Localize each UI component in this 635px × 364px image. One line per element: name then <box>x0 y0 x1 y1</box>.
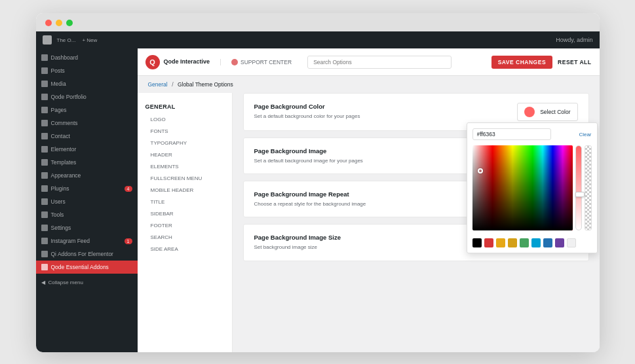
theme-nav-item-fullscreen[interactable]: FULLSCREEN MENU <box>145 173 224 184</box>
admin-bar-left: The O... + New <box>43 35 98 45</box>
theme-nav-item-search[interactable]: SEARCH <box>145 232 224 243</box>
collapse-icon: ◀ <box>41 280 45 285</box>
color-spectrum[interactable] <box>472 145 573 230</box>
sidebar-item-contact[interactable]: Contact <box>36 130 138 143</box>
theme-nav-item-title[interactable]: TITLE <box>145 196 224 208</box>
alpha-cursor <box>575 192 585 197</box>
sidebar-collapse[interactable]: ◀ Collapse menu <box>36 276 138 289</box>
support-link[interactable]: SUPPORT CENTER <box>220 59 292 65</box>
hex-input[interactable] <box>472 128 551 140</box>
browser-dot-red[interactable] <box>45 20 52 26</box>
settings-row-right-bg-color: Select Color Clear <box>517 103 577 121</box>
color-swatches-row <box>472 238 592 247</box>
breadcrumb-current: Global Theme Options <box>178 81 233 88</box>
theme-nav-item-elements[interactable]: ELEMENTS <box>145 161 224 172</box>
settings-row-bg-color: Page Background Color Set a default back… <box>243 93 589 131</box>
templates-icon <box>41 159 48 166</box>
swatch-blue[interactable] <box>543 238 552 247</box>
save-button[interactable]: SAVE CHANGES <box>491 56 552 69</box>
reset-button[interactable]: RESET ALL <box>558 59 591 65</box>
qode-icon <box>41 264 48 270</box>
theme-nav-item-logo[interactable]: LOGO <box>145 114 224 125</box>
sidebar-item-elementor[interactable]: Elementor <box>36 143 138 156</box>
sidebar-item-portfolio[interactable]: Qode Portfolio <box>36 90 138 103</box>
search-input[interactable] <box>307 56 452 69</box>
breadcrumb: General / Global Theme Options <box>138 76 600 93</box>
admin-bar-new[interactable]: + New <box>82 37 97 43</box>
theme-nav-item-mobile[interactable]: MOBILE HEADER <box>145 185 224 196</box>
clear-button[interactable]: Clear <box>579 132 591 137</box>
sidebar-item-qode[interactable]: Qode Essential Addons <box>36 261 138 274</box>
bg-size-title: Page Background Image Size <box>254 234 476 241</box>
breadcrumb-parent[interactable]: General <box>148 81 168 88</box>
sidebar-item-qi[interactable]: Qi Addons For Elementor <box>36 247 138 261</box>
theme-nav-item-side-area[interactable]: SIDE AREA <box>145 244 224 255</box>
sidebar-item-settings[interactable]: Settings <box>36 221 138 234</box>
swatch-green[interactable] <box>520 238 529 247</box>
content-inner: GENERAL LOGO FONTS TYPOGRAPHY HEADER ELE… <box>138 93 600 352</box>
bg-color-desc: Set a default background color for your … <box>254 113 507 120</box>
swatch-cyan[interactable] <box>531 238 541 247</box>
swatch-yellow[interactable] <box>508 238 517 247</box>
sidebar-item-appearance[interactable]: Appearance <box>36 169 138 182</box>
settings-row-left-bg-color: Page Background Color Set a default back… <box>254 103 507 120</box>
contact-icon <box>41 133 48 139</box>
browser-chrome <box>36 13 600 31</box>
wp-logo-icon <box>43 35 52 45</box>
sidebar-item-pages[interactable]: Pages <box>36 103 138 117</box>
swatch-white[interactable] <box>567 238 576 247</box>
settings-panel: Page Background Color Set a default back… <box>233 93 600 352</box>
sidebar-item-dashboard[interactable]: Dashboard <box>36 51 138 64</box>
spectrum-cursor <box>478 168 483 173</box>
admin-bar-site[interactable]: The O... <box>57 37 76 43</box>
plugin-logo: Q Qode Interactive <box>145 55 210 69</box>
dashboard-icon <box>41 54 48 61</box>
color-select-button[interactable]: Select Color <box>517 103 577 121</box>
plugin-header: Q Qode Interactive SUPPORT CENTER SAVE C… <box>138 48 600 76</box>
sidebar-item-users[interactable]: Users <box>36 195 138 208</box>
swatch-red[interactable] <box>484 238 493 247</box>
browser-dot-green[interactable] <box>66 20 73 26</box>
sidebar-item-posts[interactable]: Posts <box>36 64 138 77</box>
alpha-bar[interactable] <box>575 145 582 230</box>
swatch-orange[interactable] <box>496 238 505 247</box>
instagram-icon <box>41 238 48 244</box>
color-picker-popup: Clear <box>467 122 598 253</box>
sidebar-item-plugins[interactable]: Plugins 4 <box>36 182 138 195</box>
theme-nav-item-footer[interactable]: FOOTER <box>145 220 224 231</box>
settings-icon <box>41 225 48 231</box>
header-actions: SAVE CHANGES RESET ALL <box>491 56 592 69</box>
sidebar-item-tools[interactable]: Tools <box>36 208 138 221</box>
browser-dot-yellow[interactable] <box>56 20 62 26</box>
color-picker-container: Select Color Clear <box>517 103 577 121</box>
support-icon <box>231 59 238 65</box>
spectrum-gradient <box>472 145 573 230</box>
appearance-icon <box>41 172 48 179</box>
bg-size-desc: Set background image size <box>254 244 476 251</box>
theme-nav-item-typography[interactable]: TYPOGRAPHY <box>145 137 224 149</box>
instagram-badge: 1 <box>125 238 132 244</box>
media-icon <box>41 81 48 87</box>
hex-row: Clear <box>472 128 592 140</box>
theme-nav: GENERAL LOGO FONTS TYPOGRAPHY HEADER ELE… <box>138 93 233 352</box>
search-box <box>307 55 452 69</box>
swatch-black[interactable] <box>472 238 482 247</box>
theme-nav-item-sidebar[interactable]: SIDEBAR <box>145 208 224 219</box>
admin-bar-items: The O... + New <box>57 37 98 43</box>
posts-icon <box>41 67 48 74</box>
plugin-logo-text: Qode Interactive <box>164 58 210 65</box>
elementor-icon <box>41 146 48 153</box>
sidebar-item-templates[interactable]: Templates <box>36 156 138 169</box>
swatch-purple[interactable] <box>555 238 564 247</box>
color-swatch <box>524 107 535 117</box>
sidebar-item-instagram[interactable]: Instagram Feed 1 <box>36 234 138 247</box>
sidebar-item-media[interactable]: Media <box>36 77 138 90</box>
admin-bar: The O... + New Howdy, admin <box>36 31 600 48</box>
users-icon <box>41 198 48 205</box>
theme-nav-section: GENERAL LOGO FONTS TYPOGRAPHY HEADER ELE… <box>138 101 232 261</box>
theme-nav-item-fonts[interactable]: FONTS <box>145 126 224 137</box>
theme-nav-item-header[interactable]: HEADER <box>145 149 224 160</box>
checkered-bar <box>585 145 591 230</box>
qi-icon <box>41 251 48 257</box>
sidebar-item-comments[interactable]: Comments <box>36 117 138 130</box>
